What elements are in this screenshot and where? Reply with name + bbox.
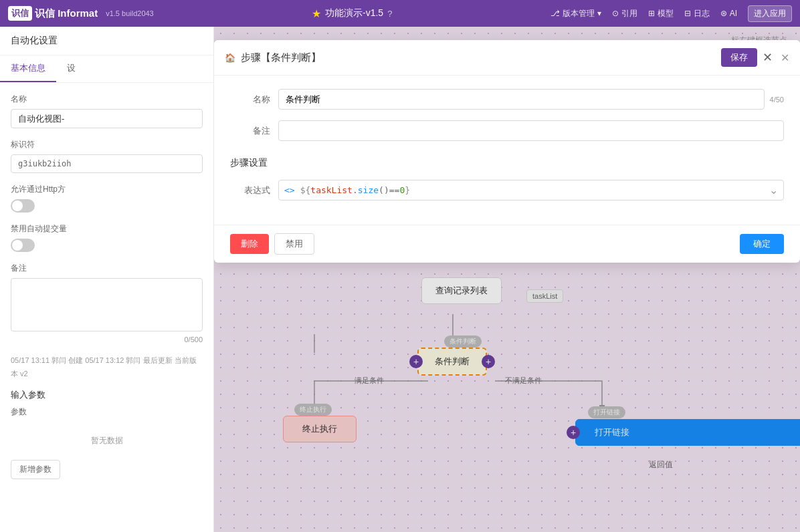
ai-btn[interactable]: ⊛ AI [720, 9, 737, 18]
navbar: 识信 识信 Informat v1.5 build2043 ★ 功能演示-v1.… [0, 0, 800, 27]
star-icon: ★ [312, 7, 321, 20]
logo-text: 识信 Informat [35, 7, 98, 20]
params-section-label: 输入参数 [11, 389, 203, 401]
version-icon: ⎇ [551, 9, 560, 18]
add-param-button[interactable]: 新增参数 [11, 460, 60, 479]
modal-overlay: 🏠 步骤【条件判断】 保存 ✕ ✕ 名称 4/50 [214, 27, 800, 532]
http-toggle[interactable] [11, 199, 35, 213]
step-modal: 🏠 步骤【条件判断】 保存 ✕ ✕ 名称 4/50 [214, 40, 800, 263]
http-label: 允许通过Http方 [11, 184, 203, 195]
param-sublabel: 参数 [11, 406, 203, 418]
canvas-area[interactable]: 标左键框选节点. 查询记录列表 taskList [214, 27, 800, 532]
modal-expr-input-wrap[interactable]: <> ${taskList.size()==0} ⌄ [278, 180, 784, 201]
name-label: 名称 [11, 94, 203, 105]
modal-name-label: 名称 [230, 94, 270, 106]
logo: 识信 识信 Informat [8, 6, 98, 21]
model-icon: ⊞ [648, 9, 655, 18]
modal-title: 步骤【条件判断】 [241, 51, 721, 64]
tab-other[interactable]: 设 [56, 55, 86, 82]
quote-icon: ⊙ [612, 9, 619, 18]
log-icon: ⊟ [684, 9, 691, 18]
modal-name-row: 名称 4/50 [230, 89, 784, 110]
modal-section-title: 步骤设置 [230, 152, 784, 169]
http-toggle-container [11, 199, 203, 213]
sidebar-tabs: 基本信息 设 [0, 55, 213, 83]
log-btn[interactable]: ⊟ 日志 [684, 8, 710, 19]
sidebar: 自动化设置 基本信息 设 名称 标识符 允许通过Http方 禁用自动提交量 [0, 27, 214, 532]
quote-btn[interactable]: ⊙ 引用 [612, 8, 637, 19]
modal-x-button[interactable]: ✕ [781, 51, 789, 64]
modal-home-icon: 🏠 [225, 53, 235, 63]
modal-header-buttons: 保存 ✕ ✕ [721, 48, 789, 67]
notes-label: 备注 [11, 263, 203, 274]
id-input[interactable] [11, 154, 203, 173]
modal-name-input[interactable] [278, 89, 765, 110]
version-mgmt-btn[interactable]: ⎇ 版本管理 ▾ [551, 8, 601, 19]
modal-expr-row: 表达式 <> ${taskList.size()==0} ⌄ [230, 180, 784, 201]
modal-confirm-button[interactable]: 确定 [740, 234, 784, 254]
sidebar-header: 自动化设置 [0, 27, 213, 55]
ai-icon: ⊛ [720, 9, 727, 18]
http-row: 允许通过Http方 [11, 184, 203, 213]
modal-expr-value: ${taskList.size()==0} [300, 180, 769, 200]
help-icon[interactable]: ? [387, 9, 392, 19]
notes-char-count: 0/500 [11, 336, 203, 344]
logo-icon: 识信 [8, 6, 32, 21]
modal-expr-label: 表达式 [230, 184, 270, 196]
feature-label: 功能演示-v1.5 [325, 7, 383, 19]
model-btn[interactable]: ⊞ 模型 [648, 8, 674, 19]
modal-notes-label: 备注 [230, 125, 270, 137]
modal-delete-button[interactable]: 删除 [230, 234, 269, 254]
auto-submit-label: 禁用自动提交量 [11, 223, 203, 235]
no-data-placeholder: 暂无数据 [11, 422, 203, 460]
modal-footer: 删除 禁用 确定 [214, 225, 800, 263]
modal-notes-row: 备注 [230, 120, 784, 141]
auto-submit-row: 禁用自动提交量 [11, 223, 203, 252]
modal-disable-button[interactable]: 禁用 [274, 233, 314, 255]
navbar-center: ★ 功能演示-v1.5 ? [162, 7, 542, 20]
modal-close-button[interactable]: ✕ [763, 50, 773, 65]
id-label: 标识符 [11, 139, 203, 150]
version-text: v1.5 build2043 [106, 9, 154, 17]
expr-code-icon: <> [284, 185, 295, 195]
meta-info: 05/17 13:11 郭闫 创建 05/17 13:12 郭闫 最后更新 当前… [11, 354, 203, 381]
notes-textarea[interactable] [11, 278, 203, 331]
tab-basic[interactable]: 基本信息 [0, 55, 56, 82]
notes-row: 备注 0/500 [11, 263, 203, 344]
modal-notes-input[interactable] [278, 120, 784, 141]
navbar-right: ⎇ 版本管理 ▾ ⊙ 引用 ⊞ 模型 ⊟ 日志 ⊛ AI 进入应用 [551, 5, 792, 22]
modal-name-char-hint: 4/50 [770, 96, 784, 104]
name-row: 名称 [11, 94, 203, 128]
auto-submit-toggle[interactable] [11, 239, 35, 252]
main-container: 自动化设置 基本信息 设 名称 标识符 允许通过Http方 禁用自动提交量 [0, 27, 800, 532]
modal-header: 🏠 步骤【条件判断】 保存 ✕ ✕ [214, 40, 800, 76]
name-input[interactable] [11, 109, 203, 128]
sidebar-content: 名称 标识符 允许通过Http方 禁用自动提交量 备注 [0, 83, 213, 532]
expr-expand-button[interactable]: ⌄ [769, 184, 778, 196]
id-row: 标识符 [11, 139, 203, 173]
auto-submit-toggle-container [11, 239, 203, 252]
modal-save-button[interactable]: 保存 [721, 48, 757, 67]
modal-body: 名称 4/50 备注 步骤设置 表达式 <> [214, 76, 800, 225]
enter-app-btn[interactable]: 进入应用 [748, 5, 792, 22]
